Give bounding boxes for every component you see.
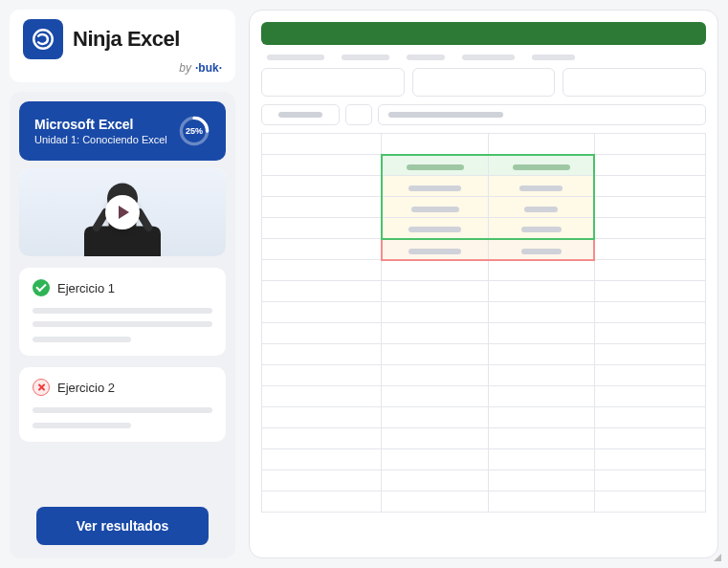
formula-input[interactable] <box>378 104 706 125</box>
spreadsheet-panel <box>249 10 718 558</box>
course-sidebar: Microsoft Excel Unidad 1: Conociendo Exc… <box>10 92 235 558</box>
brand-card: Ninja Excel by·buk· <box>10 10 235 82</box>
placeholder-line <box>33 337 131 342</box>
ribbon-bar[interactable] <box>261 22 706 45</box>
resize-handle-icon[interactable] <box>714 554 721 561</box>
check-icon <box>33 279 50 296</box>
progress-ring: 25% <box>178 115 210 147</box>
brand-name: Ninja Excel <box>73 27 180 52</box>
svg-point-0 <box>33 30 53 49</box>
course-subtitle: Unidad 1: Conociendo Excel <box>34 133 167 146</box>
x-icon <box>33 379 50 396</box>
worksheet-grid[interactable] <box>261 133 706 546</box>
placeholder-line <box>33 423 131 428</box>
play-icon[interactable] <box>105 195 140 229</box>
brand-byline: by·buk· <box>23 61 222 75</box>
placeholder-line <box>33 407 212 413</box>
placeholder-line <box>33 308 212 314</box>
course-title: Microsoft Excel <box>34 116 167 133</box>
view-results-button[interactable]: Ver resultados <box>36 507 209 545</box>
exercise-card-2[interactable]: Ejercicio 2 <box>19 367 226 442</box>
brand-logo-icon <box>23 19 63 59</box>
placeholder-line <box>33 321 212 327</box>
exercise-1-title: Ejercicio 1 <box>57 281 115 295</box>
ribbon-group[interactable] <box>261 68 405 97</box>
ribbon-tabs[interactable] <box>261 53 706 60</box>
exercise-card-1[interactable]: Ejercicio 1 <box>19 268 226 356</box>
ribbon-group[interactable] <box>412 68 556 97</box>
course-header[interactable]: Microsoft Excel Unidad 1: Conociendo Exc… <box>19 101 226 161</box>
ribbon-group[interactable] <box>563 68 706 97</box>
lesson-video[interactable] <box>19 168 226 256</box>
name-box[interactable] <box>261 104 340 125</box>
exercise-2-title: Ejercicio 2 <box>57 381 115 395</box>
fx-button[interactable] <box>345 104 372 125</box>
progress-percent: 25% <box>178 115 210 147</box>
